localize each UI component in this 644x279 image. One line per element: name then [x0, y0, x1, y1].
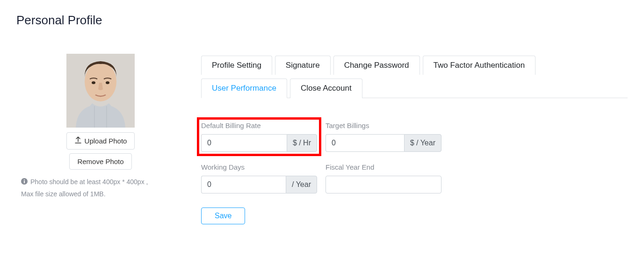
input-target-billings[interactable]: [326, 134, 404, 152]
label-fiscal-year-end: Fiscal Year End: [326, 163, 441, 171]
input-working-days[interactable]: [201, 176, 286, 193]
svg-rect-5: [24, 181, 25, 183]
save-button[interactable]: Save: [201, 207, 245, 224]
field-fiscal-year-end: Fiscal Year End: [326, 163, 441, 193]
tab-user-performance[interactable]: User Performance: [201, 79, 287, 98]
label-target-billings: Target Billings: [326, 122, 441, 129]
svg-point-3: [106, 81, 109, 84]
page-title: Personal Profile: [16, 13, 102, 28]
user-performance-form: Default Billing Rate $ / Hr Target Billi…: [201, 122, 463, 193]
unit-working-days: / Year: [286, 176, 317, 193]
tab-close-account[interactable]: Close Account: [290, 79, 362, 98]
upload-photo-label: Upload Photo: [85, 137, 127, 145]
info-icon: [21, 177, 28, 188]
remove-photo-label: Remove Photo: [77, 157, 123, 165]
label-working-days: Working Days: [201, 163, 317, 171]
svg-point-6: [24, 179, 25, 180]
upload-photo-button[interactable]: Upload Photo: [66, 132, 135, 150]
svg-point-2: [92, 81, 95, 84]
field-default-billing-rate: Default Billing Rate $ / Hr: [201, 122, 317, 152]
tab-change-password[interactable]: Change Password: [333, 56, 420, 75]
upload-icon: [74, 136, 82, 145]
avatar: [66, 54, 135, 128]
photo-hint-line1: Photo should be at least 400px * 400px ,: [30, 178, 148, 186]
photo-hint: Photo should be at least 400px * 400px ,…: [21, 176, 180, 200]
field-working-days: Working Days / Year: [201, 163, 317, 193]
input-default-billing-rate[interactable]: [201, 134, 287, 152]
unit-default-billing-rate: $ / Hr: [287, 134, 317, 152]
tab-profile-setting[interactable]: Profile Setting: [201, 56, 272, 75]
label-default-billing-rate: Default Billing Rate: [201, 122, 317, 129]
profile-tabs: Profile Setting Signature Change Passwor…: [201, 55, 628, 98]
unit-target-billings: $ / Year: [404, 134, 441, 152]
svg-point-1: [85, 62, 116, 101]
profile-photo-panel: Upload Photo Remove Photo Photo should b…: [21, 54, 180, 200]
input-fiscal-year-end[interactable]: [326, 176, 441, 193]
tab-signature[interactable]: Signature: [275, 56, 331, 75]
field-target-billings: Target Billings $ / Year: [326, 122, 441, 152]
tab-two-factor-authentication[interactable]: Two Factor Authentication: [423, 56, 536, 75]
profile-main: Profile Setting Signature Change Passwor…: [201, 55, 628, 224]
photo-hint-line2: Max file size allowed of 1MB.: [21, 190, 106, 198]
remove-photo-button[interactable]: Remove Photo: [69, 153, 131, 170]
